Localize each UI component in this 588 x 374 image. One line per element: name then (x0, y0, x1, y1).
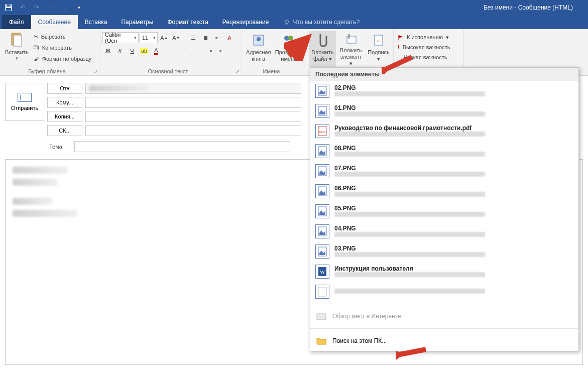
followup-button[interactable]: К исполнению ▾ (396, 32, 461, 42)
recent-item[interactable]: 02.PNG (310, 81, 578, 101)
file-type-icon: W (315, 265, 329, 279)
recent-item-title: 06.PNG (334, 185, 485, 192)
bold-button[interactable]: Ж (102, 45, 113, 56)
undo-icon[interactable]: ↶ (18, 3, 27, 12)
indent-inc-button[interactable]: ⇥ (204, 45, 215, 56)
cc-input[interactable] (85, 111, 301, 122)
paste-button[interactable]: Вставить ▾ (2, 31, 32, 67)
from-button[interactable]: От ▾ (47, 83, 82, 94)
tab-insert[interactable]: Вставка (78, 15, 114, 29)
svg-text:PDF: PDF (319, 131, 325, 134)
browse-pc-item[interactable]: Поиск на этом ПК... (310, 331, 578, 351)
svg-point-4 (285, 20, 288, 24)
indent-dec-button[interactable]: ⇤ (216, 45, 227, 56)
outdent-button[interactable]: ⇤ (212, 32, 223, 43)
copy-button[interactable]: ⿻Копировать (32, 42, 94, 53)
recent-item[interactable]: 07.PNG (310, 161, 578, 181)
recent-item-title: 04.PNG (334, 225, 485, 232)
recent-item-path (334, 132, 485, 138)
flag-icon (398, 34, 404, 40)
tab-format[interactable]: Формат текста (160, 15, 215, 29)
bullets-button[interactable]: ☰ (188, 32, 199, 43)
send-button[interactable]: Отправить (5, 83, 44, 121)
font-name-combo[interactable]: Calibri (Осн (102, 32, 139, 43)
tell-me[interactable]: Что вы хотите сделать? (283, 19, 360, 26)
dropdown-header: Последние элементы (310, 68, 578, 81)
browse-web-item[interactable]: Обзор мест в Интернете (310, 306, 578, 326)
attach-item-button[interactable]: Вложить элемент ▾ (336, 31, 366, 67)
from-value (85, 83, 301, 94)
tab-file[interactable]: Файл (2, 15, 31, 29)
tab-message[interactable]: Сообщение (31, 15, 78, 29)
group-basictext-label: Основной текст (100, 68, 236, 74)
svg-rect-3 (7, 5, 11, 7)
brush-icon: 🖌 (34, 56, 39, 62)
up-icon[interactable]: ↑ (46, 3, 55, 12)
italic-button[interactable]: К (114, 45, 126, 56)
annotation-arrow-3 (396, 345, 431, 365)
align-left-button[interactable]: ≡ (168, 45, 179, 56)
recent-item[interactable]: PDFРуководство по финансовой грамотности… (310, 121, 578, 141)
recent-item[interactable]: 04.PNG (310, 221, 578, 241)
tell-me-text: Что вы хотите сделать? (293, 19, 360, 26)
file-type-icon: PDF (315, 124, 329, 138)
numbering-button[interactable]: ≣ (200, 32, 211, 43)
svg-rect-2 (6, 8, 11, 11)
attach-item-icon (343, 32, 359, 46)
file-type-icon (315, 104, 329, 118)
high-importance-button[interactable]: !Высокая важность (396, 42, 461, 52)
shrink-font-button[interactable]: A▼ (171, 32, 182, 43)
group-basictext: Calibri (Осн 11 A▲ A▼ ☰ ≣ ⇤ A̷ Ж К Ч ab … (100, 29, 242, 75)
annotation-arrow-2 (382, 54, 417, 74)
recent-item[interactable]: 08.PNG (310, 141, 578, 161)
to-button[interactable]: Кому... (47, 97, 82, 108)
recent-item[interactable]: 06.PNG (310, 181, 578, 201)
redo-icon[interactable]: ↷ (32, 3, 41, 12)
format-painter-button[interactable]: 🖌Формат по образцу (32, 53, 94, 64)
font-size-combo[interactable]: 11 (140, 32, 158, 43)
bcc-button[interactable]: СК... (47, 125, 82, 136)
subject-input[interactable] (74, 141, 290, 152)
recent-item-path (334, 192, 485, 198)
exclaim-icon: ! (398, 44, 400, 50)
font-color-button[interactable]: А (151, 45, 162, 56)
highlight-button[interactable]: ab (139, 45, 150, 56)
clear-format-button[interactable]: A̷ (224, 32, 235, 43)
recent-item[interactable] (310, 282, 578, 302)
save-icon[interactable] (4, 3, 13, 12)
svg-text:W: W (320, 270, 325, 275)
address-book-button[interactable]: Адресная книга (244, 31, 273, 67)
file-type-icon (315, 164, 329, 178)
annotation-arrow-1 (284, 31, 314, 61)
tab-options[interactable]: Параметры (114, 15, 160, 29)
align-right-button[interactable]: ≡ (192, 45, 203, 56)
recent-item[interactable]: 01.PNG (310, 101, 578, 121)
svg-rect-13 (347, 36, 356, 43)
svg-rect-28 (318, 287, 326, 296)
bcc-input[interactable] (85, 125, 301, 136)
recent-item[interactable]: 05.PNG (310, 201, 578, 221)
down-icon[interactable]: ↓ (60, 3, 69, 12)
cc-button[interactable]: Копия... (47, 111, 82, 122)
recent-item[interactable]: WИнструкция пользователя (310, 262, 578, 282)
group-names-label: Имена (242, 68, 301, 74)
underline-button[interactable]: Ч (127, 45, 138, 56)
envelope-icon (18, 93, 32, 102)
align-center-button[interactable]: ≡ (180, 45, 191, 56)
group-clipboard-label: Буфер обмена (0, 68, 94, 74)
recent-item-path (334, 91, 485, 97)
basictext-launcher[interactable]: ⤢ (234, 68, 241, 74)
folder-icon (315, 336, 327, 346)
recent-item[interactable]: 03.PNG (310, 241, 578, 262)
recent-item-path (334, 272, 485, 278)
qat-more-icon[interactable]: ▾ (74, 3, 83, 12)
to-input[interactable] (85, 97, 301, 108)
file-type-icon (315, 224, 329, 238)
cut-button[interactable]: ✂Вырезать (32, 31, 94, 42)
clipboard-launcher[interactable]: ⤢ (93, 68, 99, 74)
grow-font-button[interactable]: A▲ (159, 32, 170, 43)
svg-point-9 (257, 37, 261, 41)
tab-review[interactable]: Рецензирование (215, 15, 276, 29)
subject-label: Тема (49, 144, 69, 150)
file-type-icon (315, 285, 329, 299)
